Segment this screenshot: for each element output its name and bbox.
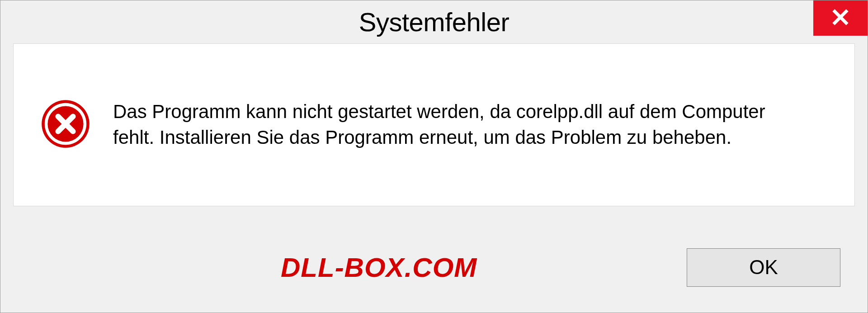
close-icon bbox=[832, 9, 849, 28]
error-icon bbox=[41, 99, 90, 151]
title-bar: Systemfehler bbox=[0, 0, 868, 43]
close-button[interactable] bbox=[813, 0, 868, 36]
error-message: Das Programm kann nicht gestartet werden… bbox=[113, 99, 791, 150]
error-dialog: Systemfehler Das Programm kann nicht ges… bbox=[0, 0, 868, 313]
dialog-title: Systemfehler bbox=[359, 7, 509, 37]
bottom-bar: DLL-BOX.COM OK bbox=[0, 231, 868, 313]
content-panel: Das Programm kann nicht gestartet werden… bbox=[13, 43, 855, 206]
ok-button[interactable]: OK bbox=[687, 248, 840, 287]
watermark-text: DLL-BOX.COM bbox=[281, 252, 477, 283]
